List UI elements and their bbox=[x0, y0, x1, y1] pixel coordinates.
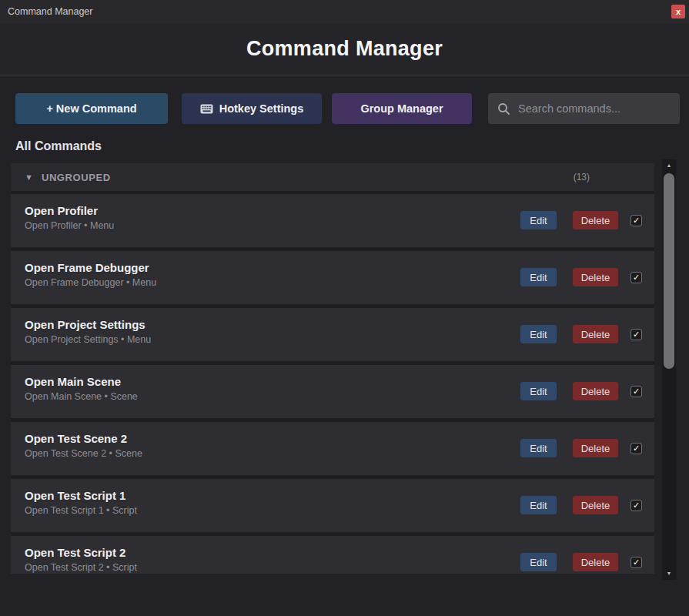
command-title: Open Test Scene 2 bbox=[25, 432, 142, 445]
command-title: Open Profiler bbox=[25, 204, 114, 217]
command-subtitle: Open Frame Debugger • Menu bbox=[25, 278, 156, 288]
new-command-label: + New Command bbox=[46, 102, 136, 115]
vertical-scrollbar[interactable]: ▲ ▼ bbox=[662, 159, 676, 580]
command-row: Open Project Settings Open Project Setti… bbox=[11, 308, 654, 361]
command-title: Open Main Scene bbox=[25, 375, 138, 388]
search-box bbox=[488, 93, 680, 124]
delete-button[interactable]: Delete bbox=[573, 496, 618, 514]
enabled-checkbox[interactable]: ✓ bbox=[630, 443, 642, 454]
edit-button[interactable]: Edit bbox=[520, 382, 557, 400]
command-row: Open Test Script 1 Open Test Script 1 • … bbox=[11, 479, 654, 532]
command-subtitle: Open Profiler • Menu bbox=[25, 221, 114, 231]
new-command-button[interactable]: + New Command bbox=[15, 93, 168, 124]
edit-button[interactable]: Edit bbox=[520, 268, 557, 286]
command-row: Open Test Script 2 Open Test Script 2 • … bbox=[11, 536, 654, 574]
delete-button[interactable]: Delete bbox=[573, 268, 618, 286]
window-titlebar[interactable]: Command Manager x bbox=[0, 0, 689, 23]
collapse-caret-icon[interactable]: ▼ bbox=[25, 172, 33, 182]
hotkey-settings-label: Hotkey Settings bbox=[219, 102, 304, 115]
command-title: Open Frame Debugger bbox=[25, 261, 156, 274]
command-row: Open Main Scene Open Main Scene • Scene … bbox=[11, 365, 654, 418]
row-controls: Edit Delete ✓ bbox=[520, 204, 642, 236]
group-name: UNGROUPED bbox=[42, 172, 111, 183]
enabled-checkbox[interactable]: ✓ bbox=[630, 500, 642, 511]
command-row: Open Test Scene 2 Open Test Scene 2 • Sc… bbox=[11, 422, 654, 475]
row-controls: Edit Delete ✓ bbox=[520, 489, 642, 521]
group-count-badge: (13) bbox=[574, 163, 590, 191]
command-text: Open Test Script 2 Open Test Script 2 • … bbox=[25, 546, 137, 573]
command-text: Open Frame Debugger Open Frame Debugger … bbox=[25, 261, 156, 288]
command-text: Open Profiler Open Profiler • Menu bbox=[25, 204, 114, 231]
section-label: All Commands bbox=[15, 139, 102, 153]
page-title: Command Manager bbox=[0, 23, 689, 74]
window-title: Command Manager bbox=[8, 0, 92, 23]
row-controls: Edit Delete ✓ bbox=[520, 432, 642, 464]
close-icon[interactable]: x bbox=[671, 5, 685, 18]
hotkey-settings-button[interactable]: Hotkey Settings bbox=[182, 93, 322, 124]
edit-button[interactable]: Edit bbox=[520, 439, 557, 457]
delete-button[interactable]: Delete bbox=[573, 325, 618, 343]
search-input[interactable] bbox=[518, 102, 671, 115]
command-text: Open Project Settings Open Project Setti… bbox=[25, 318, 151, 345]
command-manager-window: Command Manager x Command Manager + New … bbox=[0, 0, 689, 616]
row-controls: Edit Delete ✓ bbox=[520, 375, 642, 407]
scrollbar-thumb[interactable] bbox=[664, 173, 674, 369]
group-manager-button[interactable]: Group Manager bbox=[332, 93, 472, 124]
command-list: ▼ UNGROUPED (13) Open Profiler Open Prof… bbox=[11, 163, 654, 574]
delete-button[interactable]: Delete bbox=[573, 439, 618, 457]
command-subtitle: Open Project Settings • Menu bbox=[25, 335, 151, 345]
group-header-ungrouped[interactable]: ▼ UNGROUPED (13) bbox=[11, 163, 654, 191]
command-row: Open Profiler Open Profiler • Menu Edit … bbox=[11, 194, 654, 247]
window-header: Command Manager bbox=[0, 23, 689, 75]
row-controls: Edit Delete ✓ bbox=[520, 318, 642, 350]
scroll-down-icon[interactable]: ▼ bbox=[662, 570, 676, 578]
delete-button[interactable]: Delete bbox=[573, 382, 618, 400]
command-subtitle: Open Test Script 2 • Script bbox=[25, 563, 137, 573]
enabled-checkbox[interactable]: ✓ bbox=[630, 215, 642, 226]
row-controls: Edit Delete ✓ bbox=[520, 261, 642, 293]
command-subtitle: Open Test Scene 2 • Scene bbox=[25, 449, 142, 459]
enabled-checkbox[interactable]: ✓ bbox=[630, 272, 642, 283]
delete-button[interactable]: Delete bbox=[573, 211, 618, 229]
enabled-checkbox[interactable]: ✓ bbox=[630, 557, 642, 568]
command-title: Open Project Settings bbox=[25, 318, 151, 331]
command-row: Open Frame Debugger Open Frame Debugger … bbox=[11, 251, 654, 304]
row-controls: Edit Delete ✓ bbox=[520, 546, 642, 574]
command-text: Open Test Scene 2 Open Test Scene 2 • Sc… bbox=[25, 432, 142, 459]
edit-button[interactable]: Edit bbox=[520, 496, 557, 514]
command-subtitle: Open Main Scene • Scene bbox=[25, 392, 138, 402]
delete-button[interactable]: Delete bbox=[573, 553, 618, 571]
scroll-up-icon[interactable]: ▲ bbox=[662, 162, 676, 169]
enabled-checkbox[interactable]: ✓ bbox=[630, 329, 642, 340]
edit-button[interactable]: Edit bbox=[520, 325, 557, 343]
edit-button[interactable]: Edit bbox=[520, 553, 557, 571]
keyboard-icon bbox=[200, 104, 213, 114]
toolbar: + New Command Hotkey Settings Group Ma bbox=[15, 93, 681, 124]
group-manager-label: Group Manager bbox=[360, 102, 443, 115]
command-title: Open Test Script 2 bbox=[25, 546, 137, 559]
edit-button[interactable]: Edit bbox=[520, 211, 557, 229]
command-title: Open Test Script 1 bbox=[25, 489, 137, 502]
enabled-checkbox[interactable]: ✓ bbox=[630, 386, 642, 397]
command-subtitle: Open Test Script 1 • Script bbox=[25, 506, 137, 516]
command-text: Open Main Scene Open Main Scene • Scene bbox=[25, 375, 138, 402]
search-icon bbox=[497, 102, 510, 116]
command-text: Open Test Script 1 Open Test Script 1 • … bbox=[25, 489, 137, 516]
